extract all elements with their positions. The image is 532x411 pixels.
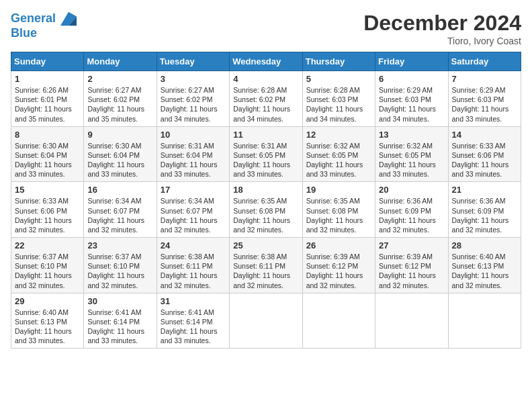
- weekday-header-saturday: Saturday: [448, 52, 521, 71]
- day-number: 26: [306, 240, 371, 250]
- day-info: Sunrise: 6:34 AM Sunset: 6:07 PM Dayligh…: [161, 196, 226, 234]
- calendar-day-8: 8Sunrise: 6:30 AM Sunset: 6:04 PM Daylig…: [11, 126, 84, 182]
- calendar-day-22: 22Sunrise: 6:37 AM Sunset: 6:10 PM Dayli…: [11, 238, 84, 293]
- calendar-day-14: 14Sunrise: 6:33 AM Sunset: 6:06 PM Dayli…: [448, 126, 521, 182]
- day-info: Sunrise: 6:39 AM Sunset: 6:12 PM Dayligh…: [379, 252, 444, 290]
- day-number: 4: [233, 74, 298, 84]
- day-info: Sunrise: 6:33 AM Sunset: 6:06 PM Dayligh…: [452, 141, 517, 179]
- day-info: Sunrise: 6:32 AM Sunset: 6:05 PM Dayligh…: [306, 141, 371, 179]
- day-info: Sunrise: 6:29 AM Sunset: 6:03 PM Dayligh…: [379, 85, 444, 124]
- day-info: Sunrise: 6:36 AM Sunset: 6:09 PM Dayligh…: [379, 196, 444, 234]
- calendar-day-9: 9Sunrise: 6:30 AM Sunset: 6:04 PM Daylig…: [84, 126, 157, 182]
- day-info: Sunrise: 6:40 AM Sunset: 6:13 PM Dayligh…: [15, 308, 80, 346]
- day-info: Sunrise: 6:36 AM Sunset: 6:09 PM Dayligh…: [452, 196, 517, 234]
- day-number: 28: [452, 240, 517, 250]
- day-info: Sunrise: 6:37 AM Sunset: 6:10 PM Dayligh…: [87, 252, 152, 290]
- day-info: Sunrise: 6:41 AM Sunset: 6:14 PM Dayligh…: [87, 308, 152, 346]
- logo-icon: [60, 11, 77, 27]
- day-number: 22: [15, 240, 80, 250]
- day-number: 5: [306, 74, 371, 84]
- day-info: Sunrise: 6:39 AM Sunset: 6:12 PM Dayligh…: [306, 252, 371, 290]
- weekday-header-tuesday: Tuesday: [157, 52, 229, 71]
- logo: General Blue: [11, 11, 77, 40]
- title-section: December 2024 Tioro, Ivory Coast: [363, 11, 521, 46]
- day-info: Sunrise: 6:31 AM Sunset: 6:05 PM Dayligh…: [233, 141, 298, 179]
- day-info: Sunrise: 6:41 AM Sunset: 6:14 PM Dayligh…: [161, 308, 226, 346]
- empty-cell: [448, 293, 521, 349]
- calendar-day-11: 11Sunrise: 6:31 AM Sunset: 6:05 PM Dayli…: [230, 126, 302, 182]
- day-number: 6: [379, 74, 444, 84]
- day-number: 16: [87, 185, 152, 195]
- calendar-week-3: 15Sunrise: 6:33 AM Sunset: 6:06 PM Dayli…: [11, 182, 521, 238]
- month-title: December 2024: [363, 11, 521, 36]
- day-number: 15: [15, 185, 80, 195]
- weekday-header-thursday: Thursday: [302, 52, 375, 71]
- day-number: 13: [379, 130, 444, 140]
- calendar-day-19: 19Sunrise: 6:35 AM Sunset: 6:08 PM Dayli…: [302, 182, 375, 238]
- calendar-day-5: 5Sunrise: 6:28 AM Sunset: 6:03 PM Daylig…: [302, 71, 375, 127]
- day-info: Sunrise: 6:30 AM Sunset: 6:04 PM Dayligh…: [87, 141, 152, 179]
- day-info: Sunrise: 6:38 AM Sunset: 6:11 PM Dayligh…: [233, 252, 298, 290]
- calendar-day-6: 6Sunrise: 6:29 AM Sunset: 6:03 PM Daylig…: [375, 71, 448, 127]
- calendar-day-23: 23Sunrise: 6:37 AM Sunset: 6:10 PM Dayli…: [84, 238, 157, 293]
- calendar-day-4: 4Sunrise: 6:28 AM Sunset: 6:02 PM Daylig…: [230, 71, 302, 127]
- day-number: 17: [161, 185, 226, 195]
- day-info: Sunrise: 6:31 AM Sunset: 6:04 PM Dayligh…: [161, 141, 226, 179]
- calendar-week-4: 22Sunrise: 6:37 AM Sunset: 6:10 PM Dayli…: [11, 238, 521, 293]
- calendar-day-17: 17Sunrise: 6:34 AM Sunset: 6:07 PM Dayli…: [157, 182, 229, 238]
- day-number: 12: [306, 130, 371, 140]
- day-number: 10: [161, 130, 226, 140]
- weekday-header-sunday: Sunday: [11, 52, 84, 71]
- day-info: Sunrise: 6:27 AM Sunset: 6:02 PM Dayligh…: [161, 85, 226, 124]
- day-info: Sunrise: 6:40 AM Sunset: 6:13 PM Dayligh…: [452, 252, 517, 290]
- empty-cell: [302, 293, 375, 349]
- day-number: 11: [233, 130, 298, 140]
- day-number: 3: [161, 74, 226, 84]
- day-info: Sunrise: 6:29 AM Sunset: 6:03 PM Dayligh…: [452, 85, 517, 124]
- calendar-day-13: 13Sunrise: 6:32 AM Sunset: 6:05 PM Dayli…: [375, 126, 448, 182]
- day-number: 2: [87, 74, 152, 84]
- day-info: Sunrise: 6:32 AM Sunset: 6:05 PM Dayligh…: [379, 141, 444, 179]
- calendar-week-1: 1Sunrise: 6:26 AM Sunset: 6:01 PM Daylig…: [11, 71, 521, 127]
- weekday-header-friday: Friday: [375, 52, 448, 71]
- day-number: 8: [15, 130, 80, 140]
- empty-cell: [375, 293, 448, 349]
- calendar-day-25: 25Sunrise: 6:38 AM Sunset: 6:11 PM Dayli…: [230, 238, 302, 293]
- calendar-day-16: 16Sunrise: 6:34 AM Sunset: 6:07 PM Dayli…: [84, 182, 157, 238]
- day-number: 9: [87, 130, 152, 140]
- calendar-week-5: 29Sunrise: 6:40 AM Sunset: 6:13 PM Dayli…: [11, 293, 521, 349]
- day-number: 18: [233, 185, 298, 195]
- calendar-day-20: 20Sunrise: 6:36 AM Sunset: 6:09 PM Dayli…: [375, 182, 448, 238]
- calendar-day-24: 24Sunrise: 6:38 AM Sunset: 6:11 PM Dayli…: [157, 238, 229, 293]
- day-number: 23: [87, 240, 152, 250]
- day-info: Sunrise: 6:28 AM Sunset: 6:02 PM Dayligh…: [233, 85, 298, 124]
- calendar-day-21: 21Sunrise: 6:36 AM Sunset: 6:09 PM Dayli…: [448, 182, 521, 238]
- day-info: Sunrise: 6:35 AM Sunset: 6:08 PM Dayligh…: [306, 196, 371, 234]
- calendar-body: 1Sunrise: 6:26 AM Sunset: 6:01 PM Daylig…: [11, 71, 521, 349]
- day-number: 25: [233, 240, 298, 250]
- calendar-day-7: 7Sunrise: 6:29 AM Sunset: 6:03 PM Daylig…: [448, 71, 521, 127]
- day-number: 29: [15, 296, 80, 306]
- calendar-day-3: 3Sunrise: 6:27 AM Sunset: 6:02 PM Daylig…: [157, 71, 229, 127]
- day-info: Sunrise: 6:30 AM Sunset: 6:04 PM Dayligh…: [15, 141, 80, 179]
- calendar-day-10: 10Sunrise: 6:31 AM Sunset: 6:04 PM Dayli…: [157, 126, 229, 182]
- calendar-day-28: 28Sunrise: 6:40 AM Sunset: 6:13 PM Dayli…: [448, 238, 521, 293]
- day-info: Sunrise: 6:34 AM Sunset: 6:07 PM Dayligh…: [87, 196, 152, 234]
- day-number: 21: [452, 185, 517, 195]
- calendar-table: SundayMondayTuesdayWednesdayThursdayFrid…: [11, 52, 521, 349]
- calendar-day-12: 12Sunrise: 6:32 AM Sunset: 6:05 PM Dayli…: [302, 126, 375, 182]
- day-number: 30: [87, 296, 152, 306]
- calendar-day-2: 2Sunrise: 6:27 AM Sunset: 6:02 PM Daylig…: [84, 71, 157, 127]
- logo-general: General: [11, 11, 56, 25]
- page-header: General Blue December 2024 Tioro, Ivory …: [11, 11, 521, 46]
- day-number: 19: [306, 185, 371, 195]
- calendar-day-31: 31Sunrise: 6:41 AM Sunset: 6:14 PM Dayli…: [157, 293, 229, 349]
- calendar-day-15: 15Sunrise: 6:33 AM Sunset: 6:06 PM Dayli…: [11, 182, 84, 238]
- day-info: Sunrise: 6:35 AM Sunset: 6:08 PM Dayligh…: [233, 196, 298, 234]
- day-number: 20: [379, 185, 444, 195]
- location: Tioro, Ivory Coast: [363, 36, 521, 46]
- day-number: 1: [15, 74, 80, 84]
- calendar-day-27: 27Sunrise: 6:39 AM Sunset: 6:12 PM Dayli…: [375, 238, 448, 293]
- day-number: 7: [452, 74, 517, 84]
- weekday-header-wednesday: Wednesday: [230, 52, 302, 71]
